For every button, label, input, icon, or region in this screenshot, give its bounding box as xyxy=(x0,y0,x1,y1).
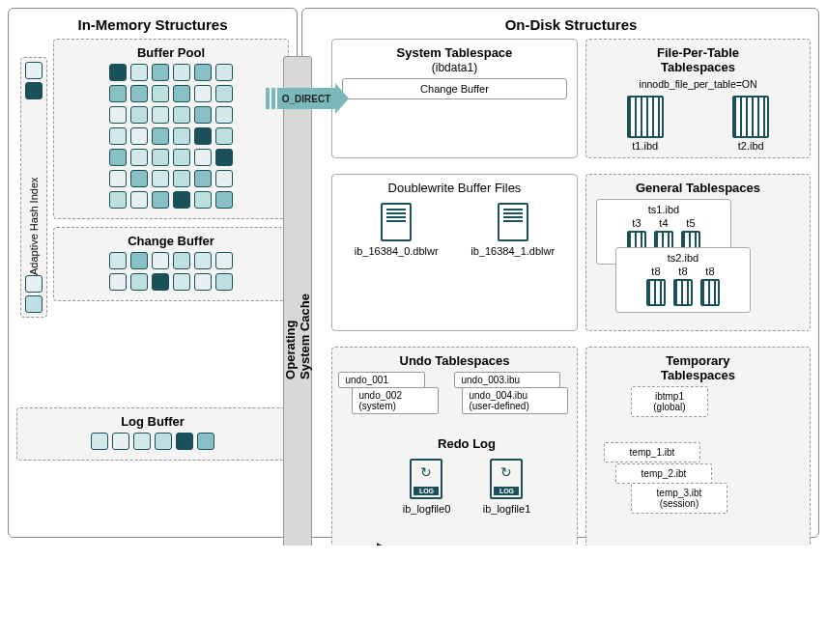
undo-file: undo_001 xyxy=(338,372,425,388)
file-icon xyxy=(498,203,528,241)
log-buffer-title: Log Buffer xyxy=(23,414,282,429)
ahi-cell xyxy=(25,295,43,313)
system-change-buffer: Change Buffer xyxy=(342,78,567,99)
change-buffer: Change Buffer xyxy=(53,227,289,301)
temp-title: Temporary Tablespaces xyxy=(592,353,804,382)
system-tablespace: System Tablespace(ibdata1) Change Buffer xyxy=(331,39,578,158)
on-disk-title: On-Disk Structures xyxy=(331,16,811,33)
ts1-name: ts1.ibd xyxy=(601,204,727,215)
general-ts-title: General Tablespaces xyxy=(592,181,804,195)
ts2-name: ts2.ibd xyxy=(620,252,746,264)
table-icon xyxy=(673,279,693,306)
file-per-table: File-Per-Table Tablespaces innodb_file_p… xyxy=(585,39,811,158)
table-icon xyxy=(646,279,666,306)
undo-title: Undo Tablespaces xyxy=(338,353,571,368)
in-memory-section: In-Memory Structures Adaptive Hash Index… xyxy=(8,8,298,538)
system-ts-title: System Tablespace xyxy=(397,45,513,60)
buffer-pool: Buffer Pool xyxy=(53,39,289,219)
temp-file: temp_2.ibt xyxy=(615,463,712,484)
ahi-cell xyxy=(25,62,43,79)
redo-file: ib_logfile0 xyxy=(403,503,451,515)
os-cache-label: Operating System Cache xyxy=(283,294,312,379)
db-file-icon xyxy=(732,96,769,138)
system-ts-subtitle: (ibdata1) xyxy=(432,61,477,74)
log-file-icon xyxy=(410,459,442,499)
file-icon xyxy=(381,203,412,241)
ahi-cell xyxy=(25,82,43,99)
db-file-icon xyxy=(627,96,664,138)
fpt-file: t1.ibd xyxy=(632,140,658,152)
dblwr-file: ib_16384_0.dblwr xyxy=(355,245,439,257)
redo-file: ib_logfile1 xyxy=(483,503,531,515)
log-buffer: Log Buffer xyxy=(16,407,289,461)
fpt-title: File-Per-Table Tablespaces xyxy=(592,45,804,74)
table-icon xyxy=(700,279,720,306)
undo-file: undo_003.ibu xyxy=(454,372,560,388)
temp-global: ibtmp1 (global) xyxy=(631,386,708,417)
undo-file: undo_004.ibu (user-defined) xyxy=(462,387,568,414)
buffer-pool-title: Buffer Pool xyxy=(60,45,282,60)
ahi-cell xyxy=(25,275,43,293)
doublewrite: Doublewrite Buffer Files ib_16384_0.dblw… xyxy=(331,174,578,331)
o-direct-label: O_DIRECT xyxy=(282,94,331,104)
on-disk-section: On-Disk Structures System Tablespace(ibd… xyxy=(301,8,819,538)
fpt-config: innodb_file_per_table=ON xyxy=(592,78,804,90)
o-direct-arrow: O_DIRECT xyxy=(266,83,349,114)
log-file-icon xyxy=(490,459,523,499)
temporary-tablespaces: Temporary Tablespaces ibtmp1 (global) te… xyxy=(585,347,811,546)
undo-file: undo_002 (system) xyxy=(352,387,439,414)
fpt-file: t2.ibd xyxy=(738,140,764,152)
in-memory-title: In-Memory Structures xyxy=(16,16,289,33)
adaptive-hash-index: Adaptive Hash Index xyxy=(20,57,47,318)
general-tablespaces: General Tablespaces ts1.ibd t3 t4 t5 ts2… xyxy=(585,174,811,331)
temp-file: temp_1.ibt xyxy=(604,442,700,462)
os-cache: Operating System Cache xyxy=(283,56,312,546)
ahi-label: Adaptive Hash Index xyxy=(28,99,40,275)
temp-file: temp_3.ibt (session) xyxy=(631,483,727,514)
change-buffer-title: Change Buffer xyxy=(60,234,282,248)
dblwr-title: Doublewrite Buffer Files xyxy=(338,181,571,195)
dblwr-file: ib_16384_1.dblwr xyxy=(471,245,555,257)
